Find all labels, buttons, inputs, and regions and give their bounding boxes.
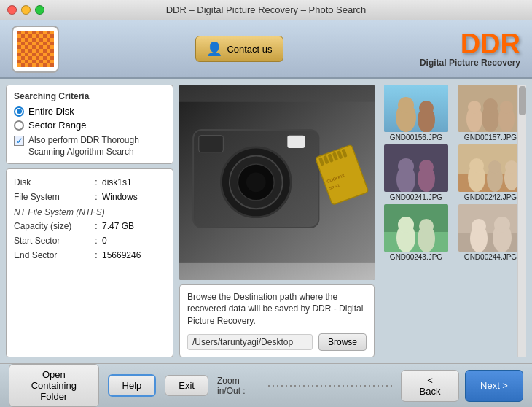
svg-rect-49 <box>458 233 523 252</box>
entire-disk-radio-row[interactable]: Entire Disk <box>14 106 165 117</box>
help-button[interactable]: Help <box>108 374 157 397</box>
end-sector-label: End Sector <box>14 250 90 260</box>
list-item[interactable]: GND00243.JPG <box>380 204 452 261</box>
fs-colon: : <box>90 192 102 202</box>
start-sector-value: 0 <box>102 236 107 246</box>
browse-button[interactable]: Browse <box>318 333 367 351</box>
thumbnail-image <box>458 85 523 132</box>
back-button[interactable]: < Back <box>401 370 459 402</box>
zoom-section: Zoom in/Out : <box>217 376 392 396</box>
thumbnail-label: GND00244.JPG <box>464 253 517 261</box>
list-item[interactable]: GND00157.JPG <box>455 85 526 142</box>
thumbnail-label: GND00242.JPG <box>464 193 517 201</box>
left-panel: Searching Criteria Entire Disk Sector Ra… <box>6 85 173 357</box>
start-sector-row: Start Sector : 0 <box>14 233 165 248</box>
thorough-scan-checkbox[interactable]: ✓ <box>14 136 24 146</box>
search-criteria-box: Searching Criteria Entire Disk Sector Ra… <box>6 85 173 164</box>
ddr-logo: DDR <box>420 30 520 58</box>
list-item[interactable]: GND00244.JPG <box>455 204 526 261</box>
svg-point-19 <box>398 97 414 113</box>
footer-right: < Back Next > <box>401 370 523 402</box>
capacity-row: Capacity (size) : 7.47 GB <box>14 219 165 233</box>
next-button[interactable]: Next > <box>465 370 523 402</box>
close-button[interactable] <box>7 5 17 15</box>
thorough-scan-checkbox-row[interactable]: ✓ Also perform DDR Thorough Scanning Alg… <box>14 135 165 158</box>
thumbnail-image <box>384 144 448 192</box>
svg-point-21 <box>419 101 434 115</box>
logo-icon <box>17 31 54 67</box>
svg-rect-43 <box>384 232 448 252</box>
checkmark-icon: ✓ <box>16 136 23 146</box>
svg-point-26 <box>483 98 498 113</box>
contact-button[interactable]: 👤 Contact us <box>195 36 283 62</box>
thorough-scan-label: Also perform DDR Thorough Scanning Algor… <box>28 135 165 158</box>
maximize-button[interactable] <box>35 5 44 15</box>
fs-value: Windows <box>102 192 138 202</box>
svg-point-39 <box>488 160 501 174</box>
search-criteria-title: Searching Criteria <box>14 91 165 101</box>
destination-text: Browse the Destination path where the re… <box>187 291 367 327</box>
sector-range-radio-row[interactable]: Sector Range <box>14 120 165 131</box>
start-sector-label: Start Sector <box>14 236 90 246</box>
exit-button[interactable]: Exit <box>165 375 208 396</box>
disk-colon: : <box>90 177 102 187</box>
center-panel: COOLPIX SD 5.1 Browse the Destination pa… <box>179 85 375 357</box>
svg-rect-7 <box>199 136 224 152</box>
capacity-value: 7.47 GB <box>102 221 134 231</box>
destination-row: /Users/taruntyagi/Desktop Browse <box>187 333 367 351</box>
window-controls <box>7 5 44 15</box>
header-center: 👤 Contact us <box>59 36 420 62</box>
svg-rect-6 <box>287 136 305 148</box>
disk-row: Disk : disk1s1 <box>14 175 165 190</box>
thumbnail-label: GND00157.JPG <box>464 133 517 142</box>
zoom-label: Zoom in/Out : <box>217 376 262 396</box>
disk-info-box: Disk : disk1s1 File System : Windows NT … <box>6 168 173 357</box>
thumbnail-label: GND00156.JPG <box>390 133 442 142</box>
sector-range-label: Sector Range <box>28 120 87 131</box>
svg-point-53 <box>494 217 510 233</box>
list-item[interactable]: GND00242.JPG <box>455 144 526 201</box>
svg-rect-17 <box>384 85 448 132</box>
thumbnail-image <box>384 85 448 132</box>
thumbnail-label: GND00241.JPG <box>390 193 442 201</box>
header-right: DDR Digital Picture Recovery <box>420 30 520 68</box>
contact-icon: 👤 <box>206 41 222 57</box>
minimize-button[interactable] <box>21 5 31 15</box>
photo-preview: COOLPIX SD 5.1 <box>179 85 375 280</box>
capacity-label: Capacity (size) <box>14 221 90 231</box>
camera-image: COOLPIX SD 5.1 <box>179 85 375 280</box>
footer: Open Containing Folder Help Exit Zoom in… <box>0 363 532 407</box>
thumbnail-label: GND00243.JPG <box>390 253 442 261</box>
sector-range-radio[interactable] <box>14 120 24 131</box>
window-title: DDR – Digital Picture Recovery – Photo S… <box>166 4 367 15</box>
entire-disk-radio[interactable] <box>14 106 24 117</box>
title-bar: DDR – Digital Picture Recovery – Photo S… <box>0 0 532 20</box>
ntfs-label: NT File System (NTFS) <box>14 204 165 219</box>
destination-box: Browse the Destination path where the re… <box>179 284 375 357</box>
camera-svg: COOLPIX SD 5.1 <box>179 85 375 280</box>
destination-path[interactable]: /Users/taruntyagi/Desktop <box>187 334 313 350</box>
list-item[interactable]: GND00241.JPG <box>380 144 452 201</box>
ddr-subtitle: Digital Picture Recovery <box>420 58 520 68</box>
scrollbar-thumb[interactable] <box>519 86 526 115</box>
open-folder-button[interactable]: Open Containing Folder <box>9 364 99 407</box>
svg-point-41 <box>505 160 518 174</box>
disk-value: disk1s1 <box>102 177 132 187</box>
svg-point-51 <box>472 219 486 233</box>
capacity-colon: : <box>90 221 102 231</box>
filesystem-row: File System : Windows <box>14 190 165 204</box>
header: 👤 Contact us DDR Digital Picture Recover… <box>0 20 532 79</box>
svg-point-37 <box>469 158 484 173</box>
list-item[interactable]: GND00156.JPG <box>380 85 452 142</box>
zoom-slider[interactable] <box>268 381 392 391</box>
end-colon: : <box>90 250 102 260</box>
scrollbar[interactable] <box>517 85 526 357</box>
thumbnail-grid: GND00156.JPG GND00157.JPG <box>380 85 526 261</box>
svg-point-45 <box>398 217 414 233</box>
thumbnail-image <box>458 204 523 252</box>
logo-box <box>12 26 59 73</box>
fs-label: File System <box>14 192 90 202</box>
svg-rect-29 <box>384 144 448 192</box>
svg-point-47 <box>419 219 434 233</box>
svg-point-5 <box>246 172 266 192</box>
